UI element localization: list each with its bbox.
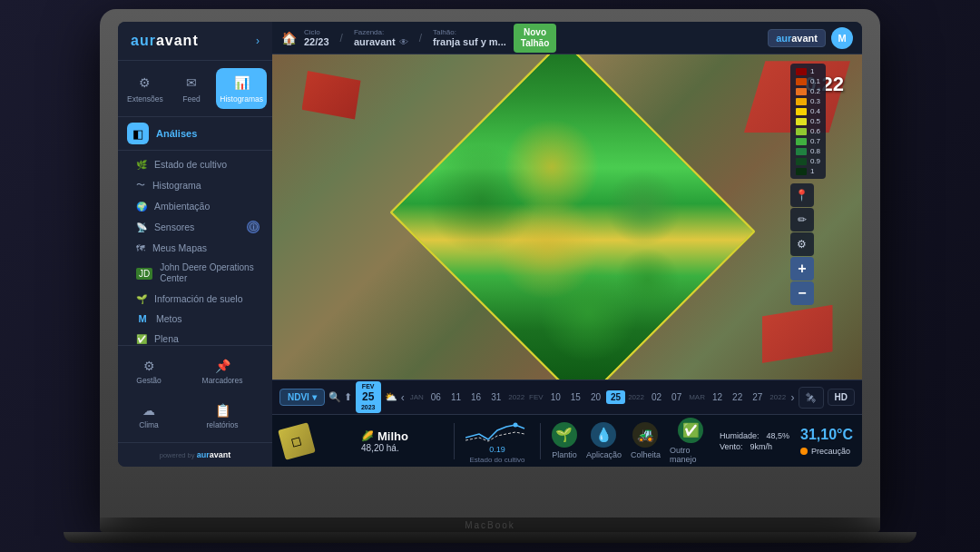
app-logo: auravant [131, 33, 199, 49]
sidebar-item-histograma[interactable]: 〜 Histograma [118, 174, 272, 196]
weather-details: Humidade: 48,5% Vento: 9km/h [720, 431, 789, 451]
hd-btn[interactable]: HD [828, 389, 855, 406]
outro-icon: ✅ [678, 418, 703, 443]
marcadores-icon: 📌 [215, 359, 230, 373]
ambientacao-label: Ambientação [154, 201, 210, 212]
relatorios-label: relatórios [207, 420, 239, 429]
tl-date-10[interactable]: 10 [546, 390, 565, 404]
weather-cloud-btn[interactable]: ⛅ [385, 391, 397, 403]
tl-date-22[interactable]: 22 [728, 390, 747, 404]
plena-icon: ✅ [136, 334, 147, 344]
tl-date-16[interactable]: 16 [466, 390, 485, 404]
sidebar-item-estado-cultivo[interactable]: 🌿 Estado de cultivo [118, 154, 272, 174]
estado-cultivo-label: Estado do cultivo [469, 456, 524, 464]
zoom-plus-btn[interactable]: + [790, 257, 814, 281]
sidebar-clima[interactable]: ☁ Clima [122, 394, 176, 439]
feed-icon: ✉ [182, 74, 201, 92]
laptop-base: MacBook [100, 518, 880, 532]
sidebar-footer: powered by auravant [118, 442, 272, 467]
location-tool-btn[interactable]: 📍 [790, 183, 814, 207]
eye-icon[interactable]: 👁 [399, 37, 408, 47]
sidebar-btn-feed[interactable]: ✉ Feed [171, 68, 213, 109]
breadcrumb-sep-2: / [419, 32, 422, 44]
action-plantio[interactable]: 🌱 Plantio [552, 422, 577, 459]
ndvi-selector-btn[interactable]: NDVI ▾ [279, 389, 325, 406]
extensoes-icon: ⚙ [136, 74, 154, 92]
legend-panel: 1 0.1 0.2 0.3 0.4 0.5 0.6 0.7 0.8 [790, 64, 826, 305]
timeline-next-btn[interactable]: › [791, 391, 795, 404]
pencil-tool-btn[interactable]: ✏ [790, 208, 814, 232]
sidebar-item-meus-mapas[interactable]: 🗺 Meus Mapas [118, 238, 272, 258]
ciclo-label: Ciclo [304, 28, 329, 36]
jd-label: John Deere Operations Center [160, 262, 260, 284]
tl-year-2022: JAN [408, 391, 426, 403]
humidity-row: Humidade: 48,5% [720, 431, 789, 440]
zoom-minus-btn[interactable]: − [790, 281, 814, 305]
gestao-icon: ⚙ [143, 359, 155, 373]
estado-icon: 🌿 [136, 160, 147, 170]
tl-date-11[interactable]: 11 [446, 390, 466, 404]
upload-timeline-btn[interactable]: ⬆ [344, 391, 352, 403]
tl-date-06[interactable]: 06 [426, 390, 446, 404]
legend-item-2: 0.1 [796, 77, 820, 85]
user-avatar[interactable]: M [831, 27, 853, 49]
action-outro-manejo[interactable]: ✅ Outro manejo [670, 418, 712, 464]
suelo-label: Información de suelo [154, 293, 242, 304]
tl-label-fev-2022: 2022 [626, 393, 646, 401]
colheita-icon: 🚜 [632, 422, 658, 448]
plantio-label: Plantio [552, 450, 577, 459]
ndvi-line-chart [466, 418, 529, 443]
date-day: 25 [362, 390, 374, 403]
sidebar-item-informacion-suelo[interactable]: 🌱 Información de suelo [118, 289, 272, 309]
tl-date-20[interactable]: 20 [586, 390, 605, 404]
sidebar-item-jd[interactable]: JD John Deere Operations Center [118, 258, 272, 289]
tl-date-31[interactable]: 31 [486, 390, 505, 404]
plantio-icon: 🌱 [552, 422, 577, 448]
legend-item-7: 0.6 [796, 127, 820, 135]
sidebar-item-sensores[interactable]: 📡 Sensores ⓘ [118, 216, 272, 238]
estado-label: Estado de cultivo [154, 159, 227, 170]
tl-date-07[interactable]: 07 [667, 390, 686, 404]
sidebar-gestao[interactable]: ⚙ Gestão [122, 350, 176, 394]
legend-color-11 [796, 168, 807, 175]
svg-point-0 [513, 423, 517, 428]
tl-date-15[interactable]: 15 [566, 390, 585, 404]
timeline-prev-btn[interactable]: ‹ [401, 391, 405, 404]
sidebar-btn-histogramas[interactable]: 📊 Histogramas [216, 68, 267, 109]
legend-item-3: 0.2 [796, 87, 820, 95]
sidebar-item-plena[interactable]: ✅ Plena [118, 329, 272, 345]
legend-item-10: 0.9 [796, 157, 820, 165]
sidebar-item-ambientacao[interactable]: 🌍 Ambientação [118, 196, 272, 216]
home-icon[interactable]: 🏠 [281, 31, 297, 45]
sidebar-btn-extensoes[interactable]: ⚙ Extensões [123, 68, 167, 109]
metos-label: Metos [156, 313, 182, 324]
action-colheita[interactable]: 🚜 Colheita [631, 422, 661, 459]
novo-talhao-button[interactable]: Novo Talhão [514, 24, 556, 53]
top-bar: 🏠 Ciclo 22/23 / Fazenda: auravant 👁 [272, 22, 862, 54]
sidebar-marcadores[interactable]: 📌 Marcadores [195, 350, 250, 394]
action-aplicacao[interactable]: 💧 Aplicação [586, 422, 622, 459]
powered-by-text: powered by [160, 451, 195, 459]
date-month: FEV [362, 383, 375, 390]
tl-date-02[interactable]: 02 [647, 390, 666, 404]
sidebar-item-metos[interactable]: M Metos [118, 309, 272, 329]
tl-date-27[interactable]: 27 [748, 390, 767, 404]
legend-color-6 [796, 118, 807, 125]
tl-date-12[interactable]: 12 [708, 390, 727, 404]
legend-item-6: 0.5 [796, 117, 820, 125]
tl-date-25[interactable]: 25 [606, 390, 625, 404]
chevron-right-icon[interactable]: › [256, 34, 260, 47]
crop-title: Milho [377, 429, 408, 443]
sidebar-relatorios[interactable]: 📋 relatórios [195, 394, 250, 439]
satellite-btn[interactable]: 🛰 [799, 387, 824, 409]
search-timeline-btn[interactable]: 🔍 [328, 391, 341, 403]
settings-tool-btn[interactable]: ⚙ [790, 232, 814, 256]
clima-icon: ☁ [142, 403, 155, 418]
chart-container: 0.19 Estado do cultivo [466, 418, 529, 464]
temp-precaucao: 31,10°C Precaução [800, 427, 853, 456]
fazenda-value: auravant [354, 36, 396, 47]
fazenda-label: Fazenda: [354, 28, 408, 36]
sidebar-main-grid: ⚙ Gestão 📌 Marcadores ☁ Clima [118, 345, 272, 442]
ciclo-value: 22/23 [304, 36, 329, 47]
ndvi-btn-label: NDVI ▾ [288, 392, 317, 402]
